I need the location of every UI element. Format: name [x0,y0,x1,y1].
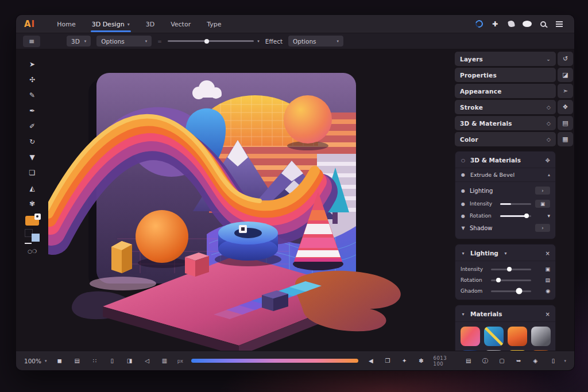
material-swatch-orange-folds[interactable] [508,327,527,346]
menu-item-3d[interactable]: 3D [139,16,161,32]
material-swatch-navy-sphere[interactable] [461,350,480,351]
options-dropdown-left[interactable]: Options ▾ [96,36,152,46]
canvas-checkbox-marker[interactable] [239,225,247,233]
mode-dropdown[interactable]: 3D ▾ [67,36,91,46]
sync-icon[interactable] [472,18,486,30]
panel-row-properties[interactable]: Properties [455,68,556,82]
value-box-icon[interactable]: ◉ [535,288,550,294]
move-icon[interactable]: ✚ [488,18,502,30]
value-box-icon[interactable]: ▣ [535,200,550,208]
search-icon[interactable] [536,18,550,30]
history-icon[interactable]: ↺ [558,52,573,66]
chevron-up-icon[interactable]: ▴ [548,172,550,177]
select-tool[interactable]: ➤ [25,56,40,72]
menu-item-home[interactable]: Home [50,16,82,32]
effect-slider[interactable]: ▾ [168,39,260,44]
phone-icon[interactable]: ▯ [548,358,558,364]
expand-button[interactable]: › [535,187,550,195]
brush-tool[interactable]: ✐ [25,118,40,134]
material-swatch-copper-sphere[interactable] [531,350,551,351]
pointer-icon[interactable]: ➣ [558,84,573,98]
gradient-tool[interactable]: ▼ [25,149,40,165]
users-icon[interactable]: ✽ [416,358,425,364]
material-swatch-pink-orange-swirl[interactable] [461,327,480,346]
image-icon[interactable]: ◪ [558,68,573,82]
list-icon[interactable] [552,18,566,30]
shadow-slider[interactable] [491,290,531,292]
badge-icon[interactable]: ▤ [464,358,473,364]
options-dropdown-right[interactable]: Options ▾ [288,36,343,46]
cluster-icon[interactable]: ❖ [558,100,573,114]
chevron-down-icon[interactable]: ▾ [564,359,566,363]
share-icon[interactable]: ➥ [514,358,523,364]
slider-knob[interactable] [524,214,529,218]
volume-icon[interactable]: ◀ [366,358,376,364]
material-swatch-chrome-sphere[interactable] [484,350,504,351]
grid-dots-icon[interactable]: ∷ [90,358,99,364]
pencil-tool[interactable]: ✎ [25,87,40,103]
material-swatch-teal-yellow-streak[interactable] [484,327,504,346]
artboard-canvas[interactable] [48,49,438,351]
rotation-slider[interactable] [500,215,531,217]
panel-row-layers[interactable]: Layers ⌄ [455,52,556,66]
cursor-sparkle-icon[interactable]: ✦ [400,358,409,364]
slider-knob[interactable] [516,288,523,294]
grid-icon[interactable]: ▦ [558,132,573,146]
section-3d-materials-header[interactable]: ○ 3D & Materials ✥ [455,154,555,168]
zoom-select[interactable]: 100% ▾ [24,358,47,364]
chevron-down-icon[interactable]: ▾ [503,251,508,256]
close-icon[interactable]: × [546,311,550,317]
document-icon[interactable]: ▥ [160,358,169,364]
slider-knob[interactable] [507,267,512,271]
section-lighting-header[interactable]: ▾ Lighting ▾ × [455,247,555,261]
app-logo[interactable]: AI [24,19,35,29]
chat-bubble-icon[interactable] [520,18,534,30]
film-strip-icon[interactable]: ▯ [107,358,117,364]
book-icon[interactable]: ◨ [125,358,134,364]
curvature-tool[interactable]: ✒ [25,103,40,118]
material-swatch-silver-fabric[interactable] [531,327,551,346]
copy-icon[interactable]: ❐ [383,358,392,364]
card-icon[interactable]: ▤ [558,116,573,130]
hand-icon[interactable] [504,18,518,30]
panel-list-icon[interactable]: ▤ [72,358,82,364]
close-icon[interactable]: × [546,250,550,257]
slider-knob[interactable] [204,39,209,44]
puppet-tool[interactable]: ✾ [25,196,40,211]
section-materials-header[interactable]: ▾ Materials × [455,308,555,322]
direct-select-tool[interactable]: ✣ [25,72,40,87]
value-box-icon[interactable]: ▤ [535,277,550,283]
video-camera-icon[interactable]: ◼ [55,358,64,364]
subsection-extrude-bevel[interactable]: ● Extrude & Bevel ▴ [455,168,555,182]
menu-item-type[interactable]: Type [200,16,228,32]
panel-row-stroke[interactable]: Stroke ◇ [455,100,556,114]
ellipse-tool-icon[interactable]: ○❍ [28,249,37,254]
chevron-down-icon[interactable]: ▾ [535,213,550,219]
panel-row-appearance[interactable]: Appearance [455,84,556,98]
frame-icon[interactable]: ▢ [497,358,506,364]
shield-icon[interactable]: ◈ [531,358,540,364]
value-box-icon[interactable]: ▣ [535,266,550,272]
intensity-slider[interactable] [500,203,531,205]
panel-row-3d-materials[interactable]: 3D & Materials ◇ [455,116,556,130]
rotation-slider[interactable] [491,280,531,281]
slider-knob[interactable] [496,278,501,282]
hamburger-menu-icon[interactable]: ≡ [23,36,40,47]
fill-color-swatch[interactable] [25,216,39,226]
stroke-fill-swatch[interactable] [25,229,40,242]
shape-tool[interactable]: ◭ [25,180,40,196]
megaphone-icon[interactable]: ◁ [142,358,152,364]
layers-tool[interactable]: ❏ [25,165,40,180]
info-icon[interactable]: ⓘ [481,357,490,365]
material-swatch-yellow-black-wave[interactable] [508,350,527,351]
rotate-tool[interactable]: ↻ [25,134,40,149]
panel-row-color[interactable]: Color ◇ [455,132,556,146]
stroke-swatch-blue[interactable] [32,234,40,242]
chevron-down-icon[interactable]: ▾ [257,39,260,44]
menu-item-3d-design[interactable]: 3D Design ▾ [85,16,137,32]
gradient-timeline-bar[interactable] [191,359,358,363]
intensity-slider[interactable] [491,269,531,270]
menu-item-vector[interactable]: Vector [164,16,198,32]
expand-button[interactable]: › [535,224,550,232]
cube-3d-icon[interactable]: ✥ [546,157,550,164]
